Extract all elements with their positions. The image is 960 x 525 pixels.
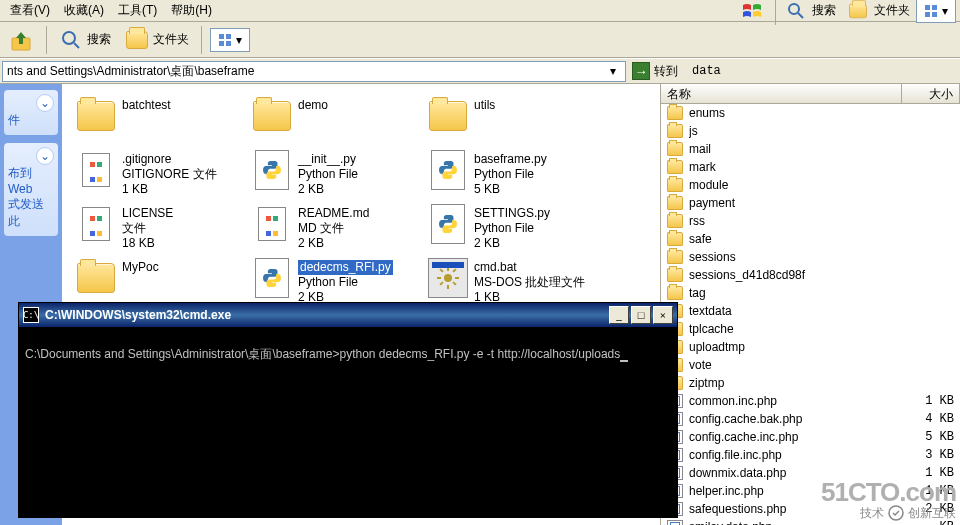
svg-rect-21 [439,281,443,285]
watermark: 51CTO.com 技术 创新互联 [821,479,956,521]
list-item[interactable]: config.file.inc.php3 KB [661,446,960,464]
svg-point-0 [789,4,799,14]
col-size[interactable]: 大小 [902,84,960,103]
folder-icon [76,258,116,298]
list-item[interactable]: module [661,176,960,194]
list-item[interactable]: config.cache.inc.php5 KB [661,428,960,446]
search-icon [784,0,808,23]
py-icon [428,150,468,190]
task-box-1[interactable]: ⌄ 件 [4,90,58,135]
item-name: config.cache.inc.php [689,430,896,444]
list-item[interactable]: sessions_d41d8cd98f [661,266,960,284]
file-item[interactable]: batchtest [72,94,248,148]
col-name[interactable]: 名称 [661,84,902,103]
list-item[interactable]: mail [661,140,960,158]
folders-icon [846,0,870,23]
item-name: common.inc.php [689,394,896,408]
file-item[interactable]: SETTINGS.pyPython File2 KB [424,202,600,256]
right-view-selector[interactable]: ▾ [916,0,956,23]
svg-rect-16 [437,277,441,279]
item-name: js [689,124,896,138]
list-item[interactable]: enums [661,104,960,122]
md-icon [252,204,292,244]
up-button[interactable] [6,26,38,54]
right-search-button[interactable]: 搜索 [780,0,840,25]
cmd-title-text: C:\WINDOWS\system32\cmd.exe [45,308,603,322]
folders-button[interactable]: 文件夹 [121,26,193,54]
menu-bar: 查看(V) 收藏(A) 工具(T) 帮助(H) 搜索 文件夹 ▾ [0,0,960,22]
maximize-button[interactable]: □ [631,306,651,324]
list-item[interactable]: uploadtmp [661,338,960,356]
list-item[interactable]: safe [661,230,960,248]
file-meta: demo [298,96,328,113]
file-meta: batchtest [122,96,171,113]
watermark-logo: 51CTO.com [821,479,956,505]
menu-tools[interactable]: 工具(T) [112,0,163,21]
search-icon [59,28,83,52]
list-item[interactable]: common.inc.php1 KB [661,392,960,410]
list-item[interactable]: rss [661,212,960,230]
file-meta: LICENSE文件18 KB [122,204,173,251]
menu-help[interactable]: 帮助(H) [165,0,218,21]
item-name: textdata [689,304,896,318]
view-selector[interactable]: ▾ [210,28,250,52]
task-text: 件 [8,112,54,129]
list-item[interactable]: config.cache.bak.php4 KB [661,410,960,428]
address-input[interactable]: nts and Settings\Administrator\桌面\basefr… [2,61,626,82]
py-icon [252,150,292,190]
close-button[interactable]: × [653,306,673,324]
item-name: enums [689,106,896,120]
cmd-window[interactable]: C:\ C:\WINDOWS\system32\cmd.exe _ □ × C:… [18,302,678,518]
file-item[interactable]: LICENSE文件18 KB [72,202,248,256]
item-name: vote [689,358,896,372]
list-item[interactable]: vote [661,356,960,374]
list-item[interactable]: ziptmp [661,374,960,392]
py-icon [428,204,468,244]
svg-rect-15 [447,285,449,289]
list-item[interactable]: tag [661,284,960,302]
svg-rect-11 [219,41,224,46]
cmd-body[interactable]: C:\Documents and Settings\Administrator\… [19,327,677,368]
item-name: sessions_d41d8cd98f [689,268,896,282]
cmd-titlebar[interactable]: C:\ C:\WINDOWS\system32\cmd.exe _ □ × [19,303,677,327]
minimize-button[interactable]: _ [609,306,629,324]
list-item[interactable]: mark [661,158,960,176]
collapse-icon[interactable]: ⌄ [36,94,54,112]
folders-label: 文件夹 [153,31,189,48]
list-item[interactable]: tplcache [661,320,960,338]
list-item[interactable]: sessions [661,248,960,266]
cmd-line: C:\Documents and Settings\Administrator\… [25,347,620,361]
task-publish-web: 布到 Web [8,165,54,196]
svg-rect-3 [932,5,937,10]
item-name: sessions [689,250,896,264]
svg-rect-20 [452,268,456,272]
file-item[interactable]: README.mdMD 文件2 KB [248,202,424,256]
list-item[interactable]: textdata [661,302,960,320]
file-item[interactable]: utils [424,94,600,148]
list-item[interactable]: js [661,122,960,140]
chevron-down-icon: ▾ [236,33,242,47]
file-item[interactable]: demo [248,94,424,148]
file-item[interactable]: baseframe.pyPython File5 KB [424,148,600,202]
file-item[interactable]: __init__.pyPython File2 KB [248,148,424,202]
item-size: 1 KB [902,394,954,408]
item-size: 3 KB [902,448,954,462]
address-dropdown-icon[interactable]: ▾ [605,64,621,78]
go-button[interactable]: → 转到 [632,62,678,80]
search-button[interactable]: 搜索 [55,26,115,54]
menu-favorites[interactable]: 收藏(A) [58,0,110,21]
item-name: config.file.inc.php [689,448,896,462]
address-text: nts and Settings\Administrator\桌面\basefr… [7,63,605,80]
svg-rect-4 [925,12,930,17]
list-item[interactable]: payment [661,194,960,212]
task-box-2[interactable]: ⌄ 布到 Web 式发送此 [4,143,58,236]
menu-view[interactable]: 查看(V) [4,0,56,21]
right-file-list[interactable]: enumsjsmailmarkmodulepaymentrsssafesessi… [661,104,960,525]
collapse-icon[interactable]: ⌄ [36,147,54,165]
svg-rect-2 [925,5,930,10]
svg-point-7 [63,32,75,44]
item-name: module [689,178,896,192]
file-item[interactable]: .gitignoreGITIGNORE 文件1 KB [72,148,248,202]
right-folders-button[interactable]: 文件夹 [842,0,914,25]
go-arrow-icon: → [632,62,650,80]
